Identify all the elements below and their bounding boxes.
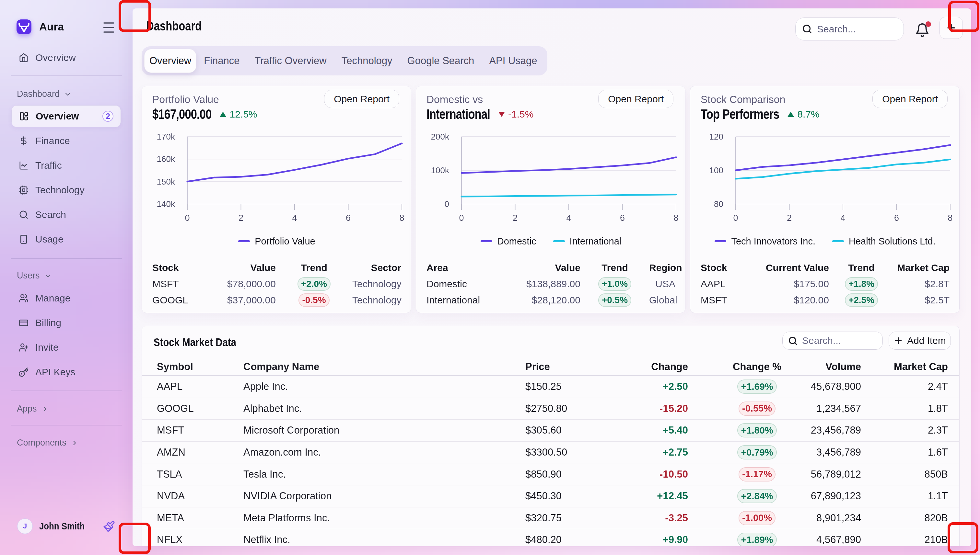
mini-table-cell: Technology — [352, 279, 401, 289]
section-apps[interactable]: Apps — [17, 404, 49, 414]
section-users[interactable]: Users — [17, 271, 52, 281]
cell-price: $3300.50 — [525, 446, 610, 458]
sidebar-item-billing[interactable]: Billing — [11, 312, 121, 334]
sidebar-item-technology[interactable]: Technology — [11, 179, 121, 201]
annotation-marker-top-right — [948, 1, 979, 32]
sidebar-item-traffic[interactable]: Traffic — [11, 154, 121, 176]
chart-card: Domestic vs International -1.5% Open Rep… — [416, 86, 686, 313]
mini-table-cell: $120.00 — [759, 295, 829, 306]
chart-legend: DomesticInternational — [416, 233, 686, 249]
add-item-button[interactable]: Add Item — [888, 332, 951, 350]
svg-text:6: 6 — [894, 213, 899, 223]
cell-change-pct: +1.89% — [688, 533, 801, 546]
mini-table-row: MSFT$78,000.00+2.0%Technology — [152, 276, 401, 292]
sidebar-item-overview-top[interactable]: Overview — [11, 47, 121, 69]
delta-text: 12.5% — [229, 109, 257, 120]
cell-market-cap: 2.4T — [861, 381, 948, 393]
mini-table-cell: +0.5% — [581, 294, 649, 307]
mini-table-cell: $2.8T — [894, 279, 949, 289]
user-name-text: John Smith — [39, 521, 85, 532]
tab-technology[interactable]: Technology — [334, 49, 400, 73]
tab-api-usage[interactable]: API Usage — [481, 49, 544, 73]
table-row[interactable]: AAPL Apple Inc. $150.25 +2.50 +1.69% 45,… — [142, 376, 959, 398]
chevron-down-icon — [64, 90, 72, 98]
table-header-change-pct: Change % — [688, 361, 801, 373]
mini-table-header-row: StockCurrent ValueTrendMarket Cap — [701, 260, 949, 276]
notification-bell-button[interactable] — [915, 22, 930, 39]
tab-overview[interactable]: Overview — [144, 49, 196, 73]
tab-google-search[interactable]: Google Search — [400, 49, 482, 73]
section-label: Apps — [17, 404, 37, 414]
open-report-button[interactable]: Open Report — [872, 90, 948, 108]
sidebar-item-search[interactable]: Search — [11, 204, 121, 226]
table-header-volume: Volume — [801, 361, 861, 373]
mini-table-cell: Technology — [352, 295, 401, 306]
legend-label: Domestic — [497, 236, 536, 247]
tab-finance[interactable]: Finance — [196, 49, 247, 73]
sidebar-item-manage[interactable]: Manage — [11, 287, 121, 309]
table-row[interactable]: TSLA Tesla Inc. $850.90 -10.50 -1.17% 56… — [142, 464, 959, 485]
sidebar-item-invite[interactable]: Invite — [11, 337, 121, 358]
legend-label: Health Solutions Ltd. — [849, 236, 936, 247]
delta-badge: 12.5% — [220, 109, 257, 120]
card-headline: International — [426, 106, 490, 122]
mini-table-cell: $138,889.00 — [504, 279, 581, 289]
svg-text:100k: 100k — [431, 165, 449, 175]
sidebar-divider — [11, 75, 122, 76]
page-title: Dashboard — [146, 19, 201, 33]
table-row[interactable]: GOOGL Alphabet Inc. $2750.80 -15.20 -0.5… — [142, 398, 959, 420]
mini-table-cell: $2.5T — [894, 295, 949, 306]
sidebar-header: Aura — [16, 19, 119, 34]
sidebar-item-label: Billing — [35, 317, 61, 328]
user-row[interactable]: J John Smith — [17, 518, 115, 534]
header-search-input[interactable]: Search... — [795, 18, 904, 40]
cell-company: Apple Inc. — [243, 381, 525, 393]
cell-company: Amazon.com Inc. — [243, 446, 525, 458]
table-search-input[interactable]: Search... — [782, 332, 883, 350]
svg-text:2: 2 — [787, 213, 792, 223]
mini-table-header-row: AreaValueTrendRegion — [426, 260, 675, 276]
sidebar-item-api-keys[interactable]: API Keys — [11, 361, 121, 383]
svg-text:6: 6 — [346, 213, 351, 223]
tab-traffic-overview[interactable]: Traffic Overview — [247, 49, 334, 73]
sidebar-item-label: Overview — [35, 52, 76, 63]
mini-table-header-row: StockValueTrendSector — [152, 260, 401, 276]
change-pct-pill: -1.17% — [739, 467, 776, 481]
mini-table: StockCurrent ValueTrendMarket CapAAPL$17… — [701, 260, 949, 308]
section-components[interactable]: Components — [17, 438, 79, 448]
paintbrush-icon[interactable] — [103, 520, 115, 533]
chart-line-icon — [19, 160, 29, 170]
cell-symbol: GOOGL — [157, 403, 243, 414]
legend-swatch — [553, 240, 565, 242]
mini-table-cell: +2.5% — [829, 294, 894, 307]
trend-pill: +1.8% — [845, 277, 878, 291]
table-row[interactable]: MSFT Microsoft Corporation $305.60 +5.40… — [142, 420, 959, 442]
cell-market-cap: 1.1T — [861, 490, 948, 502]
sidebar-item-usage[interactable]: Usage — [11, 228, 121, 250]
open-report-button[interactable]: Open Report — [598, 90, 673, 108]
sidebar-item-overview[interactable]: Overview 2 — [11, 105, 121, 127]
cell-change: +5.40 — [610, 425, 688, 436]
menu-icon[interactable] — [103, 22, 114, 33]
open-report-button[interactable]: Open Report — [324, 90, 399, 108]
cpu-icon — [19, 185, 29, 195]
svg-text:170k: 170k — [157, 132, 175, 141]
mini-table-header: Current Value — [759, 262, 829, 273]
table-row[interactable]: NFLX Netflix Inc. $480.20 +9.90 +1.89% 4… — [142, 529, 959, 546]
section-dashboard[interactable]: Dashboard — [17, 89, 72, 99]
svg-text:0: 0 — [185, 213, 190, 223]
mini-table-header: Sector — [352, 262, 401, 273]
cell-change: -15.20 — [610, 403, 688, 414]
table-row[interactable]: META Meta Platforms Inc. $320.75 -3.25 -… — [142, 507, 959, 529]
cell-change: -10.50 — [610, 468, 688, 480]
mini-table-cell: $78,000.00 — [217, 279, 276, 289]
sidebar-item-finance[interactable]: Finance — [11, 130, 121, 152]
cell-market-cap: 820B — [861, 512, 948, 524]
table-row[interactable]: AMZN Amazon.com Inc. $3300.50 +2.75 +0.7… — [142, 442, 959, 464]
table-row[interactable]: NVDA NVIDIA Corporation $450.30 +12.45 +… — [142, 485, 959, 507]
line-chart: 170k160k150k140k02468 — [142, 132, 412, 227]
svg-text:4: 4 — [566, 213, 571, 223]
search-icon — [19, 210, 29, 220]
cell-company: Tesla Inc. — [243, 468, 525, 480]
legend-item: Domestic — [481, 236, 536, 247]
